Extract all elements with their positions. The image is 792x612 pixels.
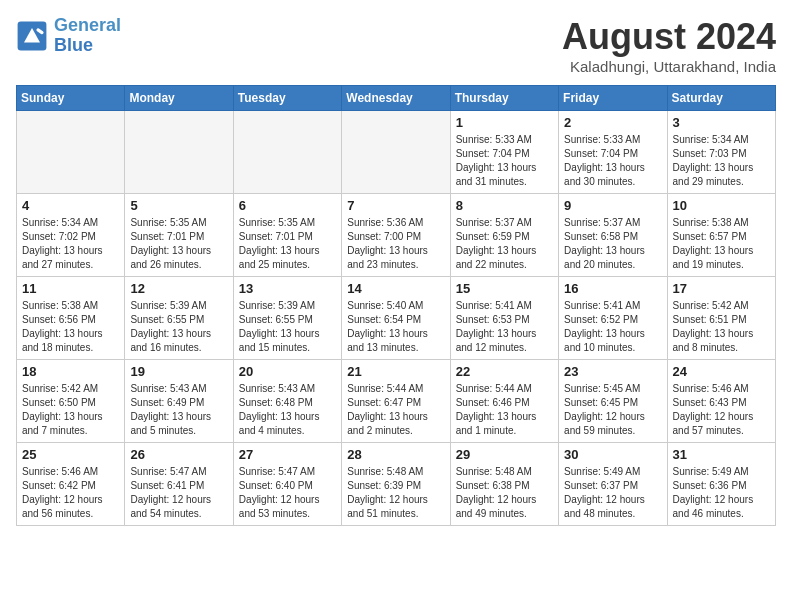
- calendar-title: August 2024: [562, 16, 776, 58]
- calendar-cell: 5Sunrise: 5:35 AM Sunset: 7:01 PM Daylig…: [125, 194, 233, 277]
- day-info: Sunrise: 5:46 AM Sunset: 6:43 PM Dayligh…: [673, 382, 770, 438]
- day-info: Sunrise: 5:48 AM Sunset: 6:38 PM Dayligh…: [456, 465, 553, 521]
- weekday-row: SundayMondayTuesdayWednesdayThursdayFrid…: [17, 86, 776, 111]
- day-number: 15: [456, 281, 553, 296]
- weekday-header: Monday: [125, 86, 233, 111]
- day-info: Sunrise: 5:36 AM Sunset: 7:00 PM Dayligh…: [347, 216, 444, 272]
- day-info: Sunrise: 5:42 AM Sunset: 6:50 PM Dayligh…: [22, 382, 119, 438]
- calendar-table: SundayMondayTuesdayWednesdayThursdayFrid…: [16, 85, 776, 526]
- calendar-cell: 18Sunrise: 5:42 AM Sunset: 6:50 PM Dayli…: [17, 360, 125, 443]
- day-number: 26: [130, 447, 227, 462]
- calendar-cell: [342, 111, 450, 194]
- calendar-header: SundayMondayTuesdayWednesdayThursdayFrid…: [17, 86, 776, 111]
- calendar-cell: 3Sunrise: 5:34 AM Sunset: 7:03 PM Daylig…: [667, 111, 775, 194]
- day-info: Sunrise: 5:38 AM Sunset: 6:56 PM Dayligh…: [22, 299, 119, 355]
- logo-line2: Blue: [54, 35, 93, 55]
- day-number: 5: [130, 198, 227, 213]
- day-info: Sunrise: 5:41 AM Sunset: 6:53 PM Dayligh…: [456, 299, 553, 355]
- day-info: Sunrise: 5:39 AM Sunset: 6:55 PM Dayligh…: [130, 299, 227, 355]
- calendar-cell: 29Sunrise: 5:48 AM Sunset: 6:38 PM Dayli…: [450, 443, 558, 526]
- day-info: Sunrise: 5:35 AM Sunset: 7:01 PM Dayligh…: [130, 216, 227, 272]
- day-number: 28: [347, 447, 444, 462]
- calendar-cell: [17, 111, 125, 194]
- calendar-cell: 28Sunrise: 5:48 AM Sunset: 6:39 PM Dayli…: [342, 443, 450, 526]
- weekday-header: Tuesday: [233, 86, 341, 111]
- calendar-cell: 27Sunrise: 5:47 AM Sunset: 6:40 PM Dayli…: [233, 443, 341, 526]
- calendar-cell: 13Sunrise: 5:39 AM Sunset: 6:55 PM Dayli…: [233, 277, 341, 360]
- calendar-cell: 9Sunrise: 5:37 AM Sunset: 6:58 PM Daylig…: [559, 194, 667, 277]
- day-info: Sunrise: 5:43 AM Sunset: 6:49 PM Dayligh…: [130, 382, 227, 438]
- calendar-cell: 22Sunrise: 5:44 AM Sunset: 6:46 PM Dayli…: [450, 360, 558, 443]
- calendar-cell: 8Sunrise: 5:37 AM Sunset: 6:59 PM Daylig…: [450, 194, 558, 277]
- weekday-header: Friday: [559, 86, 667, 111]
- calendar-cell: [233, 111, 341, 194]
- title-block: August 2024 Kaladhungi, Uttarakhand, Ind…: [562, 16, 776, 75]
- day-number: 27: [239, 447, 336, 462]
- day-number: 24: [673, 364, 770, 379]
- calendar-cell: 24Sunrise: 5:46 AM Sunset: 6:43 PM Dayli…: [667, 360, 775, 443]
- calendar-body: 1Sunrise: 5:33 AM Sunset: 7:04 PM Daylig…: [17, 111, 776, 526]
- calendar-cell: 17Sunrise: 5:42 AM Sunset: 6:51 PM Dayli…: [667, 277, 775, 360]
- calendar-cell: 31Sunrise: 5:49 AM Sunset: 6:36 PM Dayli…: [667, 443, 775, 526]
- day-info: Sunrise: 5:43 AM Sunset: 6:48 PM Dayligh…: [239, 382, 336, 438]
- day-number: 23: [564, 364, 661, 379]
- calendar-cell: 21Sunrise: 5:44 AM Sunset: 6:47 PM Dayli…: [342, 360, 450, 443]
- calendar-cell: 1Sunrise: 5:33 AM Sunset: 7:04 PM Daylig…: [450, 111, 558, 194]
- day-number: 18: [22, 364, 119, 379]
- calendar-cell: 23Sunrise: 5:45 AM Sunset: 6:45 PM Dayli…: [559, 360, 667, 443]
- day-info: Sunrise: 5:48 AM Sunset: 6:39 PM Dayligh…: [347, 465, 444, 521]
- day-info: Sunrise: 5:33 AM Sunset: 7:04 PM Dayligh…: [564, 133, 661, 189]
- day-number: 21: [347, 364, 444, 379]
- day-number: 3: [673, 115, 770, 130]
- day-info: Sunrise: 5:38 AM Sunset: 6:57 PM Dayligh…: [673, 216, 770, 272]
- calendar-week-row: 4Sunrise: 5:34 AM Sunset: 7:02 PM Daylig…: [17, 194, 776, 277]
- day-number: 10: [673, 198, 770, 213]
- calendar-cell: 26Sunrise: 5:47 AM Sunset: 6:41 PM Dayli…: [125, 443, 233, 526]
- day-number: 25: [22, 447, 119, 462]
- weekday-header: Wednesday: [342, 86, 450, 111]
- calendar-cell: 7Sunrise: 5:36 AM Sunset: 7:00 PM Daylig…: [342, 194, 450, 277]
- day-info: Sunrise: 5:39 AM Sunset: 6:55 PM Dayligh…: [239, 299, 336, 355]
- day-info: Sunrise: 5:41 AM Sunset: 6:52 PM Dayligh…: [564, 299, 661, 355]
- calendar-cell: 15Sunrise: 5:41 AM Sunset: 6:53 PM Dayli…: [450, 277, 558, 360]
- weekday-header: Sunday: [17, 86, 125, 111]
- day-number: 12: [130, 281, 227, 296]
- day-number: 22: [456, 364, 553, 379]
- calendar-cell: 11Sunrise: 5:38 AM Sunset: 6:56 PM Dayli…: [17, 277, 125, 360]
- day-number: 1: [456, 115, 553, 130]
- day-number: 13: [239, 281, 336, 296]
- calendar-week-row: 1Sunrise: 5:33 AM Sunset: 7:04 PM Daylig…: [17, 111, 776, 194]
- day-info: Sunrise: 5:49 AM Sunset: 6:37 PM Dayligh…: [564, 465, 661, 521]
- calendar-week-row: 18Sunrise: 5:42 AM Sunset: 6:50 PM Dayli…: [17, 360, 776, 443]
- calendar-cell: 25Sunrise: 5:46 AM Sunset: 6:42 PM Dayli…: [17, 443, 125, 526]
- calendar-cell: 4Sunrise: 5:34 AM Sunset: 7:02 PM Daylig…: [17, 194, 125, 277]
- calendar-week-row: 11Sunrise: 5:38 AM Sunset: 6:56 PM Dayli…: [17, 277, 776, 360]
- day-number: 31: [673, 447, 770, 462]
- calendar-cell: 2Sunrise: 5:33 AM Sunset: 7:04 PM Daylig…: [559, 111, 667, 194]
- day-info: Sunrise: 5:44 AM Sunset: 6:46 PM Dayligh…: [456, 382, 553, 438]
- day-info: Sunrise: 5:33 AM Sunset: 7:04 PM Dayligh…: [456, 133, 553, 189]
- calendar-cell: 19Sunrise: 5:43 AM Sunset: 6:49 PM Dayli…: [125, 360, 233, 443]
- calendar-cell: 10Sunrise: 5:38 AM Sunset: 6:57 PM Dayli…: [667, 194, 775, 277]
- day-info: Sunrise: 5:46 AM Sunset: 6:42 PM Dayligh…: [22, 465, 119, 521]
- logo: General Blue: [16, 16, 121, 56]
- day-number: 29: [456, 447, 553, 462]
- day-number: 6: [239, 198, 336, 213]
- day-info: Sunrise: 5:37 AM Sunset: 6:59 PM Dayligh…: [456, 216, 553, 272]
- page-header: General Blue August 2024 Kaladhungi, Utt…: [16, 16, 776, 75]
- day-info: Sunrise: 5:49 AM Sunset: 6:36 PM Dayligh…: [673, 465, 770, 521]
- day-info: Sunrise: 5:40 AM Sunset: 6:54 PM Dayligh…: [347, 299, 444, 355]
- calendar-cell: [125, 111, 233, 194]
- logo-icon: [16, 20, 48, 52]
- logo-text: General Blue: [54, 16, 121, 56]
- calendar-cell: 12Sunrise: 5:39 AM Sunset: 6:55 PM Dayli…: [125, 277, 233, 360]
- day-number: 14: [347, 281, 444, 296]
- calendar-week-row: 25Sunrise: 5:46 AM Sunset: 6:42 PM Dayli…: [17, 443, 776, 526]
- calendar-cell: 6Sunrise: 5:35 AM Sunset: 7:01 PM Daylig…: [233, 194, 341, 277]
- day-info: Sunrise: 5:47 AM Sunset: 6:40 PM Dayligh…: [239, 465, 336, 521]
- weekday-header: Saturday: [667, 86, 775, 111]
- day-number: 20: [239, 364, 336, 379]
- day-info: Sunrise: 5:47 AM Sunset: 6:41 PM Dayligh…: [130, 465, 227, 521]
- calendar-cell: 30Sunrise: 5:49 AM Sunset: 6:37 PM Dayli…: [559, 443, 667, 526]
- calendar-cell: 20Sunrise: 5:43 AM Sunset: 6:48 PM Dayli…: [233, 360, 341, 443]
